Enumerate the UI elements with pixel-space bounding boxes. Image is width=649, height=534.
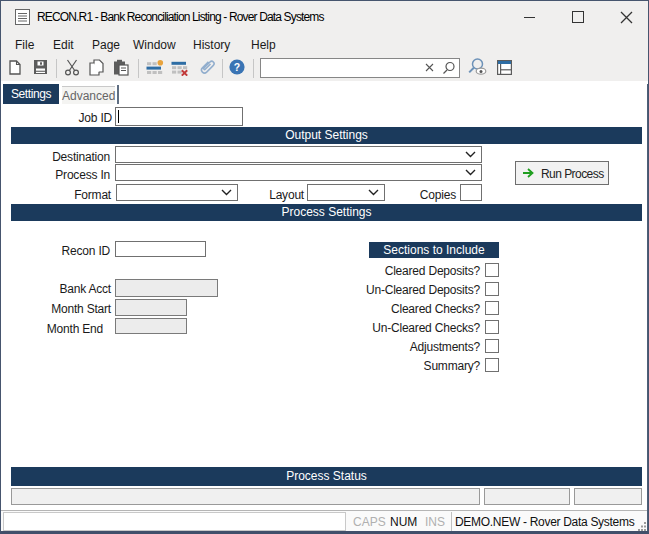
svg-text:?: ? xyxy=(234,61,240,73)
